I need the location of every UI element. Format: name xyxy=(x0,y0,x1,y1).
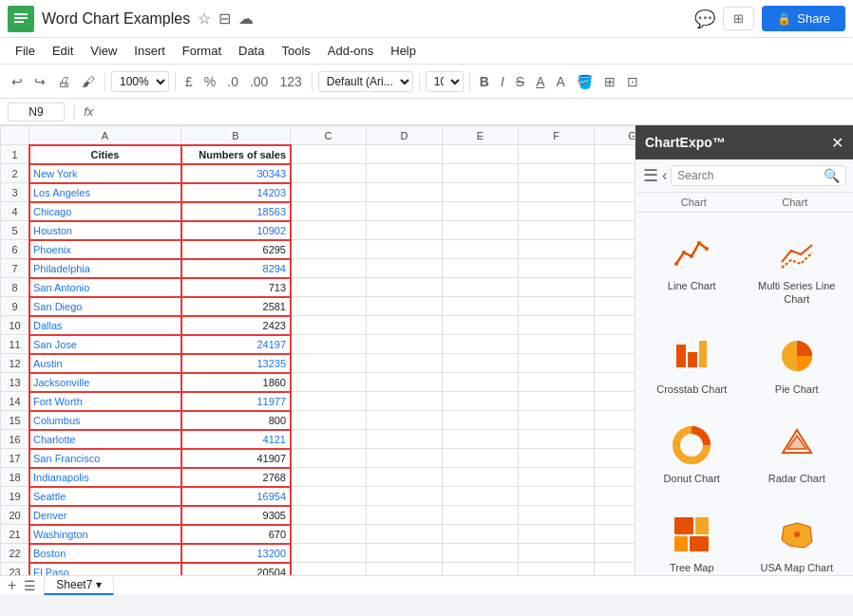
menu-file[interactable]: File xyxy=(8,41,43,61)
cell-g-16[interactable] xyxy=(595,430,635,449)
cell-g-20[interactable] xyxy=(595,506,635,525)
cell-f-14[interactable] xyxy=(519,392,595,411)
cell-a-11[interactable]: San Jose xyxy=(29,335,181,354)
chart-item-usa-map[interactable]: USA Map Chart xyxy=(749,502,846,575)
cell-f-18[interactable] xyxy=(519,468,595,487)
cell-b-7[interactable]: 8294 xyxy=(181,259,291,278)
cell-g-21[interactable] xyxy=(595,525,635,544)
cell-a-7[interactable]: Philadelphia xyxy=(29,259,181,278)
cell-e-1[interactable] xyxy=(443,145,519,164)
cell-a-2[interactable]: New York xyxy=(29,164,181,183)
chart-item-crosstab[interactable]: Crosstab Chart xyxy=(643,324,741,405)
cell-d-3[interactable] xyxy=(367,183,443,202)
cell-b-13[interactable]: 1860 xyxy=(181,373,291,392)
cell-f-13[interactable] xyxy=(519,373,595,392)
star-icon[interactable]: ☆ xyxy=(198,9,211,28)
cell-d-19[interactable] xyxy=(367,487,443,506)
currency-button[interactable]: £ xyxy=(181,71,197,92)
cell-g-17[interactable] xyxy=(595,449,635,468)
redo-button[interactable]: ↪ xyxy=(30,71,49,92)
col-header-e[interactable]: E xyxy=(443,126,519,145)
cell-e-16[interactable] xyxy=(443,430,519,449)
cell-c-9[interactable] xyxy=(291,297,367,316)
cell-f-17[interactable] xyxy=(519,449,595,468)
decimal-increase[interactable]: .00 xyxy=(246,71,272,92)
cell-f-15[interactable] xyxy=(519,411,595,430)
text-color-button[interactable]: A xyxy=(552,71,568,92)
cell-g-3[interactable] xyxy=(595,183,635,202)
menu-view[interactable]: View xyxy=(83,41,124,61)
cell-e-12[interactable] xyxy=(443,354,519,373)
cell-c-5[interactable] xyxy=(291,221,367,240)
cell-c-19[interactable] xyxy=(291,487,367,506)
cell-d-10[interactable] xyxy=(367,316,443,335)
cell-a-20[interactable]: Denver xyxy=(29,506,181,525)
cell-b-2[interactable]: 30343 xyxy=(181,164,291,183)
panel-search-input[interactable] xyxy=(677,169,820,182)
comment-icon[interactable]: 💬 xyxy=(694,9,715,29)
cell-reference[interactable]: N9 xyxy=(8,103,65,121)
sheet-tab-sheet7[interactable]: Sheet7 ▾ xyxy=(44,575,114,595)
cell-f-19[interactable] xyxy=(519,487,595,506)
cell-c-3[interactable] xyxy=(291,183,367,202)
cell-b-19[interactable]: 16954 xyxy=(181,487,291,506)
cell-d-4[interactable] xyxy=(367,202,443,221)
cell-e-4[interactable] xyxy=(443,202,519,221)
cell-f-20[interactable] xyxy=(519,506,595,525)
cell-d-6[interactable] xyxy=(367,240,443,259)
cell-f-3[interactable] xyxy=(519,183,595,202)
panel-menu-button[interactable]: ☰ xyxy=(643,165,658,186)
cell-b-14[interactable]: 11977 xyxy=(181,392,291,411)
cell-a-4[interactable]: Chicago xyxy=(29,202,181,221)
cell-a-12[interactable]: Austin xyxy=(29,354,181,373)
cell-b-23[interactable]: 20504 xyxy=(181,563,291,576)
percent-button[interactable]: % xyxy=(200,71,219,92)
cell-a-3[interactable]: Los Angeles xyxy=(29,183,181,202)
cell-f-7[interactable] xyxy=(519,259,595,278)
cell-a-5[interactable]: Houston xyxy=(29,221,181,240)
cell-d-18[interactable] xyxy=(367,468,443,487)
sheet-list-button[interactable]: ☰ xyxy=(24,578,36,593)
col-header-a[interactable]: A xyxy=(29,126,181,145)
col-header-g[interactable]: G xyxy=(595,126,635,145)
menu-format[interactable]: Format xyxy=(175,41,229,61)
cell-f-16[interactable] xyxy=(519,430,595,449)
cell-b-20[interactable]: 9305 xyxy=(181,506,291,525)
chart-item-donut[interactable]: Donut Chart xyxy=(643,413,741,495)
cell-a-16[interactable]: Charlotte xyxy=(29,430,181,449)
cell-a-15[interactable]: Columbus xyxy=(29,411,181,430)
cell-d-21[interactable] xyxy=(367,525,443,544)
menu-insert[interactable]: Insert xyxy=(126,41,173,61)
italic-button[interactable]: I xyxy=(497,71,508,92)
cell-g-6[interactable] xyxy=(595,240,635,259)
add-sheet-button[interactable]: + xyxy=(8,577,16,594)
cell-d-12[interactable] xyxy=(367,354,443,373)
cell-d-2[interactable] xyxy=(367,164,443,183)
cell-d-1[interactable] xyxy=(367,145,443,164)
cell-c-11[interactable] xyxy=(291,335,367,354)
menu-help[interactable]: Help xyxy=(383,41,424,61)
merge-button[interactable]: ⊡ xyxy=(623,71,642,92)
cell-c-12[interactable] xyxy=(291,354,367,373)
cell-d-15[interactable] xyxy=(367,411,443,430)
cell-d-16[interactable] xyxy=(367,430,443,449)
cell-d-20[interactable] xyxy=(367,506,443,525)
cell-e-14[interactable] xyxy=(443,392,519,411)
format-123[interactable]: 123 xyxy=(275,71,305,92)
cell-f-4[interactable] xyxy=(519,202,595,221)
cell-g-15[interactable] xyxy=(595,411,635,430)
cell-b-11[interactable]: 24197 xyxy=(181,335,291,354)
cell-f-5[interactable] xyxy=(519,221,595,240)
col-header-f[interactable]: F xyxy=(519,126,595,145)
cell-d-11[interactable] xyxy=(367,335,443,354)
borders-button[interactable]: ⊞ xyxy=(600,71,619,92)
cell-e-18[interactable] xyxy=(443,468,519,487)
cell-c-13[interactable] xyxy=(291,373,367,392)
cell-c-23[interactable] xyxy=(291,563,367,576)
formula-input[interactable] xyxy=(104,105,845,119)
cell-b-22[interactable]: 13200 xyxy=(181,544,291,563)
cell-g-8[interactable] xyxy=(595,278,635,297)
paint-format-button[interactable]: 🖌 xyxy=(78,71,99,92)
cell-e-23[interactable] xyxy=(443,563,519,576)
cell-c-4[interactable] xyxy=(291,202,367,221)
